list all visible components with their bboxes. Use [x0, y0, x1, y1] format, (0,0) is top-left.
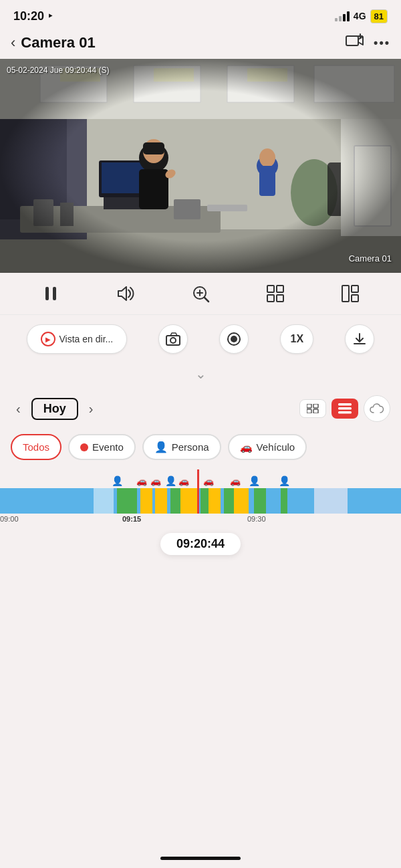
filter-persona[interactable]: 👤 Persona: [142, 434, 221, 460]
svg-rect-55: [307, 404, 311, 408]
svg-rect-68: [281, 488, 287, 514]
filter-vehiculo[interactable]: 🚗 Vehículo: [228, 434, 307, 460]
persona-icon: 👤: [154, 441, 168, 453]
empty-area: [0, 568, 401, 689]
persona-label: Persona: [172, 441, 209, 453]
evento-dot: [80, 443, 88, 451]
location-icon: ‣: [47, 11, 53, 21]
page-title: Camera 01: [21, 34, 95, 51]
svg-text:🚗: 🚗: [178, 475, 190, 487]
more-options-icon[interactable]: •••: [374, 36, 390, 50]
live-view-label: Vista en dir...: [59, 334, 114, 344]
svg-text:09:00: 09:00: [0, 515, 19, 523]
filter-tabs: Todos Evento 👤 Persona 🚗 Vehículo: [0, 429, 401, 469]
svg-text:👤: 👤: [249, 475, 261, 487]
grid-view-toggle[interactable]: [299, 399, 326, 418]
prev-date-button[interactable]: ‹: [11, 399, 26, 419]
action-bar: ▶ Vista en dir... 1X: [0, 315, 401, 363]
svg-rect-67: [254, 488, 266, 514]
svg-text:👤: 👤: [165, 475, 177, 487]
timeline-container: 👤 👤 👤 👤 🚗 🚗 🚗 🚗 🚗 09:00 09:15 09:30 09:2…: [0, 469, 401, 568]
svg-rect-38: [53, 287, 56, 300]
svg-rect-71: [180, 488, 197, 514]
filter-evento[interactable]: Evento: [68, 434, 136, 460]
current-date-label[interactable]: Hoy: [31, 398, 78, 420]
camera-timestamp: 05-02-2024 Jue 09:20:44 (S): [7, 66, 109, 75]
timeline-svg: 👤 👤 👤 👤 🚗 🚗 🚗 🚗 🚗 09:00 09:15 09:30: [0, 469, 401, 526]
camera-feed: 05-02-2024 Jue 09:20:44 (S) Camera 01: [0, 59, 401, 273]
svg-rect-74: [94, 488, 114, 514]
svg-rect-44: [277, 286, 283, 292]
svg-rect-0: [346, 36, 358, 45]
header-left: ‹ Camera 01: [11, 34, 96, 51]
date-nav-right: [299, 395, 390, 422]
timeline-track[interactable]: 👤 👤 👤 👤 🚗 🚗 🚗 🚗 🚗 09:00 09:15 09:30: [0, 469, 401, 526]
home-indicator: [160, 857, 241, 860]
svg-text:🚗: 🚗: [203, 475, 215, 487]
camera-image: [0, 59, 401, 273]
status-bar: 10:20 ‣ 4G 81: [0, 0, 401, 29]
volume-button[interactable]: [116, 285, 136, 302]
svg-rect-70: [155, 488, 167, 514]
svg-rect-58: [313, 409, 318, 413]
svg-rect-64: [170, 488, 180, 514]
controls-bar: [0, 273, 401, 315]
speed-label: 1X: [291, 333, 304, 345]
chevron-down-icon[interactable]: ⌄: [195, 366, 207, 382]
status-right: 4G 81: [335, 9, 388, 23]
svg-rect-65: [200, 488, 209, 514]
filter-todos[interactable]: Todos: [11, 434, 61, 460]
header: ‹ Camera 01 •••: [0, 29, 401, 59]
speed-button[interactable]: 1X: [280, 324, 313, 354]
svg-point-51: [170, 338, 176, 343]
next-date-button[interactable]: ›: [84, 399, 99, 419]
download-button[interactable]: [345, 324, 374, 354]
svg-text:👤: 👤: [279, 475, 291, 487]
pause-button[interactable]: [41, 284, 61, 304]
svg-text:09:30: 09:30: [247, 515, 266, 523]
grid-button[interactable]: [265, 284, 285, 304]
svg-line-40: [205, 298, 209, 302]
status-time: 10:20 ‣: [13, 9, 53, 23]
svg-rect-36: [207, 205, 247, 211]
svg-rect-60: [338, 407, 352, 410]
vehiculo-icon: 🚗: [240, 441, 253, 453]
svg-point-53: [231, 336, 237, 342]
date-nav-left: ‹ Hoy ›: [11, 398, 98, 420]
layout-button[interactable]: [340, 284, 360, 304]
back-button[interactable]: ‹: [11, 34, 15, 51]
svg-rect-49: [352, 295, 358, 302]
time-display: 10:20: [13, 9, 44, 23]
photo-button[interactable]: [158, 324, 188, 354]
live-view-button[interactable]: ▶ Vista en dir...: [27, 324, 128, 354]
svg-rect-48: [352, 286, 358, 292]
signal-bars: [335, 11, 350, 21]
svg-rect-63: [117, 488, 137, 514]
chevron-down-area[interactable]: ⌄: [0, 363, 401, 389]
timeline-current-time: 09:20:44: [160, 533, 241, 555]
svg-text:👤: 👤: [112, 475, 124, 487]
svg-text:09:15: 09:15: [122, 515, 141, 523]
vehiculo-label: Vehículo: [257, 441, 295, 453]
svg-rect-56: [313, 404, 318, 408]
record-button[interactable]: [219, 324, 249, 354]
svg-rect-46: [277, 295, 283, 302]
svg-rect-43: [267, 286, 274, 292]
svg-rect-69: [140, 488, 152, 514]
svg-rect-54: [354, 343, 366, 344]
svg-rect-57: [307, 409, 311, 413]
svg-text:🚗: 🚗: [150, 475, 162, 487]
svg-rect-73: [234, 488, 249, 514]
network-type: 4G: [354, 11, 366, 21]
cloud-button[interactable]: [364, 395, 390, 422]
battery-indicator: 81: [370, 9, 388, 23]
zoom-button[interactable]: [190, 284, 211, 304]
svg-rect-72: [209, 488, 221, 514]
camera-label: Camera 01: [349, 253, 392, 263]
svg-rect-45: [267, 295, 274, 302]
add-clip-icon[interactable]: [346, 33, 364, 52]
svg-text:🚗: 🚗: [230, 475, 241, 487]
svg-text:🚗: 🚗: [136, 475, 148, 487]
list-view-button[interactable]: [331, 399, 358, 419]
svg-rect-59: [338, 403, 352, 406]
